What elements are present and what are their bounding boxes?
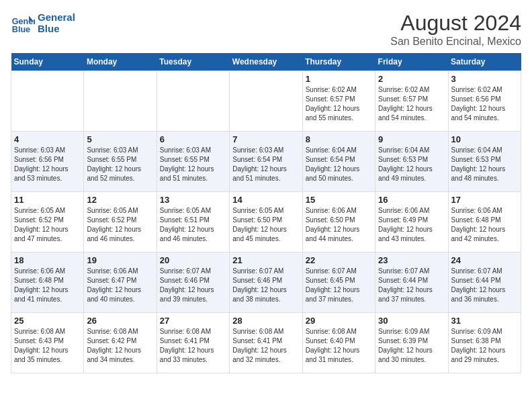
- day-info: Sunrise: 6:06 AM Sunset: 6:48 PM Dayligh…: [14, 267, 81, 304]
- calendar-cell: 12Sunrise: 6:05 AM Sunset: 6:52 PM Dayli…: [84, 192, 157, 253]
- day-info: Sunrise: 6:09 AM Sunset: 6:38 PM Dayligh…: [451, 327, 518, 365]
- day-number: 29: [306, 316, 372, 326]
- day-info: Sunrise: 6:08 AM Sunset: 6:43 PM Dayligh…: [14, 327, 81, 365]
- calendar-cell: 24Sunrise: 6:07 AM Sunset: 6:44 PM Dayli…: [448, 253, 521, 313]
- day-of-week-header: Sunday: [11, 53, 84, 71]
- day-info: Sunrise: 6:03 AM Sunset: 6:56 PM Dayligh…: [14, 146, 81, 183]
- day-number: 16: [378, 195, 445, 205]
- calendar-cell: 29Sunrise: 6:08 AM Sunset: 6:40 PM Dayli…: [302, 313, 375, 373]
- day-number: 20: [160, 255, 226, 265]
- day-number: 18: [14, 255, 81, 265]
- calendar-cell: 18Sunrise: 6:06 AM Sunset: 6:48 PM Dayli…: [11, 253, 84, 313]
- day-number: 17: [451, 195, 518, 205]
- day-info: Sunrise: 6:07 AM Sunset: 6:44 PM Dayligh…: [378, 267, 445, 304]
- calendar-cell: 23Sunrise: 6:07 AM Sunset: 6:44 PM Dayli…: [375, 253, 448, 313]
- calendar-cell: 5Sunrise: 6:03 AM Sunset: 6:55 PM Daylig…: [84, 132, 157, 192]
- day-number: 28: [232, 316, 299, 326]
- day-number: 3: [451, 74, 518, 84]
- day-number: 27: [160, 316, 226, 326]
- calendar-cell: 6Sunrise: 6:03 AM Sunset: 6:55 PM Daylig…: [157, 132, 229, 192]
- page-header: General Blue GeneralBlue August 2024 San…: [11, 11, 521, 48]
- calendar-cell: 7Sunrise: 6:03 AM Sunset: 6:54 PM Daylig…: [230, 132, 302, 192]
- day-info: Sunrise: 6:08 AM Sunset: 6:41 PM Dayligh…: [232, 327, 299, 365]
- logo-text: GeneralBlue: [38, 11, 75, 34]
- day-info: Sunrise: 6:06 AM Sunset: 6:47 PM Dayligh…: [87, 267, 153, 304]
- day-info: Sunrise: 6:03 AM Sunset: 6:55 PM Dayligh…: [160, 146, 226, 183]
- calendar-cell: 10Sunrise: 6:04 AM Sunset: 6:53 PM Dayli…: [448, 132, 521, 192]
- day-number: 22: [306, 255, 372, 265]
- calendar-subtitle: San Benito Encinal, Mexico: [390, 36, 521, 48]
- day-number: 31: [451, 316, 518, 326]
- calendar-cell: 16Sunrise: 6:06 AM Sunset: 6:49 PM Dayli…: [375, 192, 448, 253]
- day-number: 7: [232, 134, 299, 144]
- title-block: August 2024 San Benito Encinal, Mexico: [390, 11, 521, 48]
- calendar-cell: 28Sunrise: 6:08 AM Sunset: 6:41 PM Dayli…: [230, 313, 302, 373]
- day-info: Sunrise: 6:08 AM Sunset: 6:41 PM Dayligh…: [160, 327, 226, 365]
- day-number: 14: [232, 195, 299, 205]
- day-number: 9: [378, 134, 445, 144]
- day-info: Sunrise: 6:07 AM Sunset: 6:44 PM Dayligh…: [451, 267, 518, 304]
- calendar-table: SundayMondayTuesdayWednesdayThursdayFrid…: [11, 53, 521, 373]
- calendar-week-row: 11Sunrise: 6:05 AM Sunset: 6:52 PM Dayli…: [11, 192, 521, 253]
- calendar-cell: 22Sunrise: 6:07 AM Sunset: 6:45 PM Dayli…: [302, 253, 375, 313]
- day-of-week-header: Tuesday: [157, 53, 229, 71]
- calendar-cell: 20Sunrise: 6:07 AM Sunset: 6:46 PM Dayli…: [157, 253, 229, 313]
- day-info: Sunrise: 6:03 AM Sunset: 6:54 PM Dayligh…: [232, 146, 299, 183]
- calendar-cell: [84, 71, 157, 132]
- calendar-cell: 30Sunrise: 6:09 AM Sunset: 6:39 PM Dayli…: [375, 313, 448, 373]
- calendar-cell: 17Sunrise: 6:06 AM Sunset: 6:48 PM Dayli…: [448, 192, 521, 253]
- day-number: 8: [306, 134, 372, 144]
- day-number: 13: [160, 195, 226, 205]
- day-number: 1: [306, 74, 372, 84]
- calendar-cell: 26Sunrise: 6:08 AM Sunset: 6:42 PM Dayli…: [84, 313, 157, 373]
- day-number: 4: [14, 134, 81, 144]
- day-info: Sunrise: 6:02 AM Sunset: 6:57 PM Dayligh…: [378, 85, 445, 123]
- day-number: 2: [378, 74, 445, 84]
- day-of-week-header: Wednesday: [230, 53, 302, 71]
- calendar-week-row: 25Sunrise: 6:08 AM Sunset: 6:43 PM Dayli…: [11, 313, 521, 373]
- day-of-week-header: Friday: [375, 53, 448, 71]
- day-info: Sunrise: 6:08 AM Sunset: 6:42 PM Dayligh…: [87, 327, 153, 365]
- calendar-cell: 2Sunrise: 6:02 AM Sunset: 6:57 PM Daylig…: [375, 71, 448, 132]
- calendar-cell: 31Sunrise: 6:09 AM Sunset: 6:38 PM Dayli…: [448, 313, 521, 373]
- calendar-cell: 1Sunrise: 6:02 AM Sunset: 6:57 PM Daylig…: [302, 71, 375, 132]
- day-number: 10: [451, 134, 518, 144]
- day-info: Sunrise: 6:04 AM Sunset: 6:53 PM Dayligh…: [378, 146, 445, 183]
- calendar-cell: 27Sunrise: 6:08 AM Sunset: 6:41 PM Dayli…: [157, 313, 229, 373]
- day-number: 12: [87, 195, 153, 205]
- day-info: Sunrise: 6:02 AM Sunset: 6:57 PM Dayligh…: [306, 85, 372, 123]
- day-info: Sunrise: 6:06 AM Sunset: 6:48 PM Dayligh…: [451, 206, 518, 244]
- calendar-cell: 3Sunrise: 6:02 AM Sunset: 6:56 PM Daylig…: [448, 71, 521, 132]
- calendar-cell: 11Sunrise: 6:05 AM Sunset: 6:52 PM Dayli…: [11, 192, 84, 253]
- calendar-cell: 4Sunrise: 6:03 AM Sunset: 6:56 PM Daylig…: [11, 132, 84, 192]
- day-info: Sunrise: 6:07 AM Sunset: 6:46 PM Dayligh…: [232, 267, 299, 304]
- day-number: 5: [87, 134, 153, 144]
- day-info: Sunrise: 6:09 AM Sunset: 6:39 PM Dayligh…: [378, 327, 445, 365]
- day-info: Sunrise: 6:05 AM Sunset: 6:50 PM Dayligh…: [232, 206, 299, 244]
- calendar-week-row: 1Sunrise: 6:02 AM Sunset: 6:57 PM Daylig…: [11, 71, 521, 132]
- calendar-cell: 9Sunrise: 6:04 AM Sunset: 6:53 PM Daylig…: [375, 132, 448, 192]
- day-info: Sunrise: 6:07 AM Sunset: 6:45 PM Dayligh…: [306, 267, 372, 304]
- day-number: 23: [378, 255, 445, 265]
- calendar-week-row: 4Sunrise: 6:03 AM Sunset: 6:56 PM Daylig…: [11, 132, 521, 192]
- svg-text:Blue: Blue: [12, 25, 30, 34]
- calendar-cell: [230, 71, 302, 132]
- day-info: Sunrise: 6:04 AM Sunset: 6:54 PM Dayligh…: [306, 146, 372, 183]
- day-number: 6: [160, 134, 226, 144]
- calendar-cell: [11, 71, 84, 132]
- day-info: Sunrise: 6:07 AM Sunset: 6:46 PM Dayligh…: [160, 267, 226, 304]
- day-number: 21: [232, 255, 299, 265]
- day-header-row: SundayMondayTuesdayWednesdayThursdayFrid…: [11, 53, 521, 71]
- calendar-cell: 8Sunrise: 6:04 AM Sunset: 6:54 PM Daylig…: [302, 132, 375, 192]
- day-info: Sunrise: 6:04 AM Sunset: 6:53 PM Dayligh…: [451, 146, 518, 183]
- day-info: Sunrise: 6:05 AM Sunset: 6:52 PM Dayligh…: [87, 206, 153, 244]
- day-number: 30: [378, 316, 445, 326]
- calendar-cell: 13Sunrise: 6:05 AM Sunset: 6:51 PM Dayli…: [157, 192, 229, 253]
- day-number: 19: [87, 255, 153, 265]
- day-number: 15: [306, 195, 372, 205]
- day-of-week-header: Monday: [84, 53, 157, 71]
- day-number: 25: [14, 316, 81, 326]
- calendar-cell: [157, 71, 229, 132]
- calendar-cell: 25Sunrise: 6:08 AM Sunset: 6:43 PM Dayli…: [11, 313, 84, 373]
- day-info: Sunrise: 6:02 AM Sunset: 6:56 PM Dayligh…: [451, 85, 518, 123]
